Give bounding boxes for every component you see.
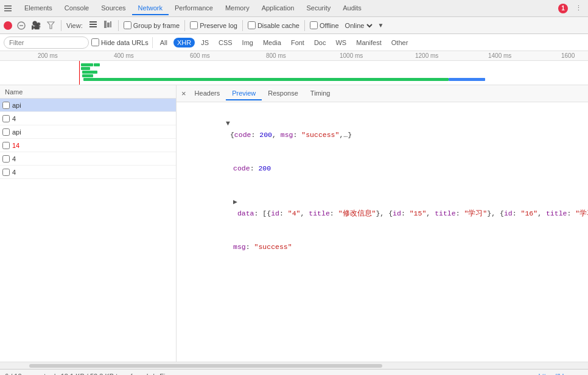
network-list-header: Name: [0, 85, 176, 99]
tab-audits[interactable]: Audits: [337, 2, 368, 15]
filter-xhr-button[interactable]: XHR: [173, 38, 195, 47]
tab-memory[interactable]: Memory: [219, 2, 256, 15]
row-checkbox-4[interactable]: [2, 142, 10, 149]
offline-checkbox[interactable]: Offline: [310, 21, 339, 29]
timeline-bar-5: [83, 78, 449, 81]
tab-application[interactable]: Application: [256, 2, 301, 15]
main-content: 200 ms 400 ms 600 ms 800 ms 1000 ms 1200…: [0, 51, 588, 362]
timeline-mark-800: 800 ms: [265, 51, 286, 59]
offline-input[interactable]: [310, 21, 318, 29]
svg-rect-8: [89, 26, 97, 27]
tab-performance[interactable]: Performance: [169, 2, 219, 15]
json-root-line: ▼ {code: 200, msg: "success",…}: [184, 107, 581, 152]
network-row[interactable]: api: [0, 125, 176, 139]
row-name-4: 14: [12, 142, 173, 149]
hide-data-urls-input[interactable]: [91, 38, 99, 46]
network-toolbar: 🎥 View: Group by frame Preserve log Disa…: [0, 17, 588, 34]
row-checkbox-3[interactable]: [2, 128, 10, 136]
tab-response[interactable]: Response: [262, 87, 304, 100]
filter-bar: Hide data URLs All XHR JS CSS Img Media …: [0, 34, 588, 51]
throttle-chevron-icon[interactable]: ▼: [378, 22, 384, 29]
disable-cache-input[interactable]: [248, 21, 256, 29]
network-row[interactable]: api: [0, 99, 176, 112]
record-button[interactable]: [4, 21, 12, 30]
list-view-button[interactable]: [88, 19, 99, 32]
filter-media-button[interactable]: Media: [259, 38, 285, 47]
group-by-frame-input[interactable]: [124, 21, 131, 29]
network-row[interactable]: 4: [0, 112, 176, 125]
filter-js-button[interactable]: JS: [197, 38, 212, 47]
json-expand-data[interactable]: ▶: [233, 198, 237, 206]
close-preview-button[interactable]: ×: [179, 88, 189, 99]
tab-timing[interactable]: Timing: [304, 87, 337, 100]
preview-content: ▼ {code: 200, msg: "success",…} code: 20…: [177, 102, 588, 362]
group-by-frame-checkbox[interactable]: Group by frame: [124, 21, 180, 29]
filter-font-button[interactable]: Font: [287, 38, 308, 47]
svg-rect-7: [89, 24, 97, 25]
filter-doc-button[interactable]: Doc: [310, 38, 330, 47]
filter-other-button[interactable]: Other: [388, 38, 412, 47]
row-checkbox-1[interactable]: [2, 102, 10, 109]
tab-security[interactable]: Security: [300, 2, 337, 15]
more-options-icon[interactable]: ⋮: [572, 2, 586, 15]
preserve-log-input[interactable]: [190, 21, 198, 29]
row-name-2: 4: [12, 115, 173, 122]
requests-count: 6 / 12 requests: [5, 373, 49, 376]
svg-marker-5: [47, 22, 54, 29]
filter-button[interactable]: [45, 20, 56, 31]
row-checkbox-2[interactable]: [2, 115, 10, 122]
svg-rect-0: [4, 5, 12, 7]
filter-img-button[interactable]: Img: [239, 38, 257, 47]
timeline-bar-7: [85, 63, 93, 66]
tab-headers[interactable]: Headers: [189, 87, 226, 100]
view-label: View:: [66, 22, 83, 29]
tab-elements[interactable]: Elements: [18, 2, 58, 15]
timeline-scrollbar[interactable]: [0, 362, 588, 369]
row-checkbox-5[interactable]: [2, 155, 10, 163]
tab-preview[interactable]: Preview: [226, 87, 262, 100]
filter-all-button[interactable]: All: [156, 38, 171, 47]
status-bar: 6 / 12 requests | 12.1 KB / 52.3 KB tran…: [0, 369, 588, 375]
camera-button[interactable]: 🎥: [30, 20, 41, 31]
network-rows: api 4 api 14 4: [0, 99, 176, 362]
waterfall-view-button[interactable]: [102, 19, 113, 32]
row-name-6: 4: [12, 169, 173, 176]
filter-input[interactable]: [4, 37, 89, 49]
preserve-log-checkbox[interactable]: Preserve log: [190, 21, 237, 29]
timeline-bar-4: [82, 74, 93, 77]
timeline-mark-1600: 1600: [560, 51, 575, 59]
filter-ws-button[interactable]: WS: [332, 38, 350, 47]
filter-manifest-button[interactable]: Manifest: [352, 38, 385, 47]
toolbar-separator-3: [184, 20, 185, 31]
svg-rect-10: [107, 23, 110, 27]
status-separator-1: |: [54, 373, 56, 376]
status-url[interactable]: https://blog.c…: [539, 373, 583, 376]
tab-console[interactable]: Console: [58, 2, 95, 15]
disable-cache-checkbox[interactable]: Disable cache: [248, 21, 299, 29]
tab-icon-group: [2, 3, 13, 14]
network-row[interactable]: 14: [0, 139, 176, 152]
json-expand-root[interactable]: ▼: [226, 119, 230, 127]
json-msg-line: msg: "success": [184, 230, 581, 264]
svg-rect-1: [4, 8, 12, 9]
tab-network[interactable]: Network: [132, 2, 169, 15]
preview-tab-bar: × Headers Preview Response Timing: [177, 85, 588, 102]
transfer-size: 12.1 KB / 52.3 KB transferred: [61, 373, 149, 376]
network-throttle-select[interactable]: Online: [343, 21, 374, 30]
name-column-header: Name: [5, 88, 23, 96]
timeline-bar-3: [82, 71, 97, 74]
filter-css-button[interactable]: CSS: [215, 38, 236, 47]
row-name-3: api: [12, 128, 173, 136]
tab-sources[interactable]: Sources: [95, 2, 131, 15]
network-row[interactable]: 4: [0, 166, 176, 179]
devtools-menu-icon[interactable]: [2, 3, 13, 14]
row-checkbox-6[interactable]: [2, 169, 10, 176]
network-row[interactable]: 4: [0, 152, 176, 166]
svg-rect-9: [104, 21, 107, 28]
preview-panel: × Headers Preview Response Timing ▼ {cod…: [177, 85, 588, 362]
timeline-bar-2: [81, 67, 90, 70]
filter-separator-1: [152, 37, 153, 48]
toolbar-separator-2: [118, 20, 119, 31]
stop-button[interactable]: [16, 20, 27, 31]
hide-data-urls-checkbox[interactable]: Hide data URLs: [91, 38, 149, 46]
